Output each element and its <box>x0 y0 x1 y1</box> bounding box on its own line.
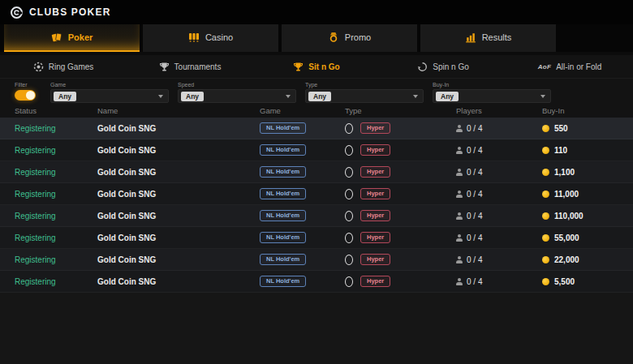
player-icon <box>456 212 463 220</box>
subtab-spin-n-go[interactable]: Spin n Go <box>380 55 506 78</box>
promo-medal-icon <box>328 32 339 43</box>
buyin-value: 1,100 <box>554 168 575 177</box>
type-badge: Hyper <box>360 232 390 243</box>
speed-filter: Speed Any <box>178 81 296 103</box>
speed-filter-dropdown[interactable]: Any <box>178 89 296 103</box>
row-type: Hyper <box>345 210 456 221</box>
row-status: Registering <box>15 212 97 221</box>
tab-label: Promo <box>345 32 371 42</box>
row-game: NL Hold'em <box>260 144 345 156</box>
player-icon <box>456 169 463 176</box>
subtab-label: Sit n Go <box>308 62 339 71</box>
filter-toggle[interactable] <box>15 90 36 101</box>
gold-coin-icon <box>542 191 549 198</box>
subtab-tournaments[interactable]: Tournaments <box>127 55 253 78</box>
buyin-filter: Buy-In Any <box>433 81 551 103</box>
tab-casino[interactable]: Casino <box>143 24 278 52</box>
subtab-ring-games[interactable]: Ring Games <box>0 55 127 78</box>
table-header: Status Name Game Type Players Buy-In <box>0 104 633 118</box>
row-players: 0 / 4 <box>456 212 542 221</box>
table-row[interactable]: Registering Gold Coin SNG NL Hold'em Hyp… <box>0 118 633 139</box>
type-filter: Type Any <box>305 81 424 103</box>
row-players: 0 / 4 <box>456 124 542 133</box>
col-game: Game <box>260 106 345 115</box>
row-type: Hyper <box>345 122 456 134</box>
gold-coin-icon <box>542 125 549 132</box>
row-status: Registering <box>15 124 97 133</box>
tab-poker[interactable]: Poker <box>4 24 140 52</box>
row-status: Registering <box>15 255 97 264</box>
col-status: Status <box>15 106 97 115</box>
table-row[interactable]: Registering Gold Coin SNG NL Hold'em Hyp… <box>0 183 633 205</box>
chevron-down-icon <box>158 95 163 98</box>
col-type: Type <box>345 106 456 115</box>
clubs-poker-app: CLUBS POKER Poker Casino <box>0 0 633 364</box>
row-name: Gold Coin SNG <box>97 255 260 264</box>
row-players: 0 / 4 <box>456 233 542 242</box>
row-players: 0 / 4 <box>456 190 542 199</box>
subtab-label: All-in or Fold <box>556 62 601 71</box>
speed-filter-label: Speed <box>178 81 296 88</box>
game-badge: NL Hold'em <box>260 232 306 243</box>
table-row[interactable]: Registering Gold Coin SNG NL Hold'em Hyp… <box>0 227 633 249</box>
row-name: Gold Coin SNG <box>97 124 260 133</box>
speed-ring-icon <box>345 233 353 243</box>
buyin-filter-dropdown[interactable]: Any <box>433 89 551 103</box>
game-badge: NL Hold'em <box>260 188 306 199</box>
row-type: Hyper <box>345 254 456 265</box>
type-badge: Hyper <box>360 144 390 156</box>
buyin-value: 5,500 <box>554 277 575 286</box>
main-tab-bar: Poker Casino Promo <box>0 24 633 52</box>
game-filter-label: Game <box>50 81 169 88</box>
player-icon <box>456 234 463 242</box>
players-count: 0 / 4 <box>467 168 482 177</box>
players-count: 0 / 4 <box>467 146 482 155</box>
table-row[interactable]: Registering Gold Coin SNG NL Hold'em Hyp… <box>0 205 633 227</box>
row-type: Hyper <box>345 276 456 287</box>
buyin-value: 11,000 <box>554 190 579 199</box>
game-filter-dropdown[interactable]: Any <box>50 89 169 103</box>
row-buyin: 550 <box>542 124 633 133</box>
game-badge: NL Hold'em <box>260 210 306 221</box>
type-filter-dropdown[interactable]: Any <box>305 89 424 103</box>
filter-toggle-group: Filter <box>15 81 42 101</box>
tab-promo[interactable]: Promo <box>282 24 417 52</box>
row-name: Gold Coin SNG <box>97 146 260 155</box>
row-name: Gold Coin SNG <box>97 168 260 177</box>
players-count: 0 / 4 <box>467 277 482 286</box>
row-game: NL Hold'em <box>260 232 345 243</box>
table-row[interactable]: Registering Gold Coin SNG NL Hold'em Hyp… <box>0 139 633 161</box>
subtab-all-in-or-fold[interactable]: AoF All-in or Fold <box>506 55 633 78</box>
filter-toggle-label: Filter <box>15 81 42 88</box>
top-brand-bar: CLUBS POKER <box>0 0 633 24</box>
tab-results[interactable]: Results <box>420 24 556 52</box>
player-icon <box>456 256 463 263</box>
row-players: 0 / 4 <box>456 277 542 286</box>
row-buyin: 5,500 <box>542 277 633 286</box>
players-count: 0 / 4 <box>467 124 482 133</box>
subtab-sit-n-go[interactable]: Sit n Go <box>253 55 380 78</box>
players-count: 0 / 4 <box>467 190 482 199</box>
table-row[interactable]: Registering Gold Coin SNG NL Hold'em Hyp… <box>0 161 633 183</box>
toggle-knob <box>26 91 35 100</box>
table-row[interactable]: Registering Gold Coin SNG NL Hold'em Hyp… <box>0 249 633 271</box>
buyin-value: 22,000 <box>554 255 579 264</box>
type-filter-label: Type <box>305 81 424 88</box>
buyin-value: 550 <box>554 124 568 133</box>
type-badge: Hyper <box>360 276 390 287</box>
type-badge: Hyper <box>360 166 390 178</box>
clubs-poker-logo-icon <box>10 6 24 19</box>
gold-coin-icon <box>542 256 549 263</box>
game-filter-value: Any <box>54 92 76 101</box>
row-game: NL Hold'em <box>260 276 345 287</box>
type-badge: Hyper <box>360 210 390 221</box>
poker-chip-icon <box>33 62 44 72</box>
player-icon <box>456 191 463 198</box>
table-row[interactable]: Registering Gold Coin SNG NL Hold'em Hyp… <box>0 271 633 293</box>
speed-ring-icon <box>345 167 353 178</box>
trophy-icon <box>159 62 170 72</box>
row-buyin: 110 <box>542 146 633 155</box>
brand-name: CLUBS POKER <box>29 6 111 18</box>
tab-label: Poker <box>68 32 93 42</box>
type-badge: Hyper <box>360 254 390 265</box>
